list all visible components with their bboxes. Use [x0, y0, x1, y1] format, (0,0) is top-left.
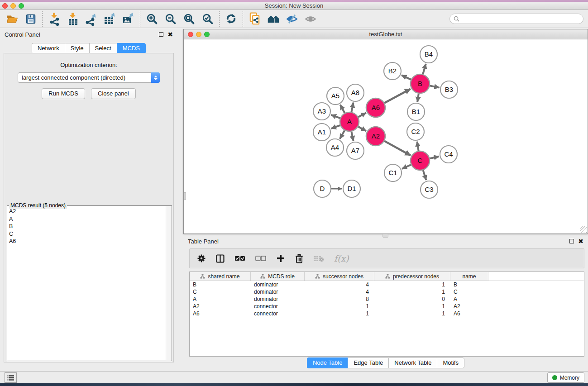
function-builder-icon[interactable]: f(x)	[334, 253, 349, 263]
open-session-icon[interactable]	[3, 11, 21, 27]
edge-A-A5[interactable]	[340, 105, 345, 113]
zoom-fit-icon[interactable]	[180, 11, 198, 27]
node-A3[interactable]: A3	[313, 103, 330, 120]
table-row[interactable]: Adominator80A	[190, 295, 584, 303]
close-table-panel-icon[interactable]: ✖	[578, 239, 583, 243]
node-B1[interactable]: B1	[407, 103, 425, 120]
network-canvas[interactable]: B4B2BB3B1C2A5A8A6A3AA1A4A7A2CC4C1C3DD1	[184, 39, 588, 234]
node-D1[interactable]: D1	[343, 180, 360, 197]
close-panel-icon[interactable]: ✖	[167, 32, 173, 37]
tab-style[interactable]: Style	[65, 43, 89, 54]
node-B4[interactable]: B4	[420, 46, 437, 63]
node-B3[interactable]: B3	[440, 81, 458, 98]
node-B[interactable]: B	[411, 74, 430, 93]
hide-eye-icon[interactable]	[282, 11, 301, 27]
edge-B-B1[interactable]	[417, 94, 419, 102]
memory-button[interactable]: Memory	[547, 372, 584, 383]
column-header-successor-nodes[interactable]: successor nodes	[305, 272, 374, 281]
select-all-icon[interactable]	[234, 256, 245, 261]
export-network-icon[interactable]	[82, 11, 100, 27]
tab-network[interactable]: Network	[32, 43, 65, 54]
edge-A-A1[interactable]	[331, 125, 340, 129]
result-item[interactable]: B	[9, 223, 165, 230]
zoom-selected-icon[interactable]	[198, 11, 217, 27]
result-item[interactable]: A6	[9, 238, 165, 245]
column-header-shared-name[interactable]: shared name	[190, 272, 251, 281]
mcds-result-list[interactable]: A2ABCA6	[9, 208, 165, 360]
tab-select[interactable]: Select	[89, 43, 117, 54]
table-row[interactable]: Cdominator41C	[190, 288, 584, 295]
table-row[interactable]: A2connector11A2	[190, 303, 584, 310]
node-C3[interactable]: C3	[421, 181, 438, 198]
criterion-select[interactable]: largest connected component (directed)	[18, 72, 160, 83]
node-A7[interactable]: A7	[347, 142, 364, 159]
zoom-out-icon[interactable]	[161, 11, 180, 27]
node-A1[interactable]: A1	[313, 124, 330, 141]
network-window-titlebar[interactable]: testGlobe.txt	[184, 29, 588, 39]
delete-table-icon[interactable]	[313, 255, 324, 262]
export-table-icon[interactable]	[100, 11, 119, 27]
zoom-in-icon[interactable]	[143, 11, 161, 27]
delete-column-icon[interactable]	[295, 254, 303, 263]
search-input[interactable]	[462, 16, 579, 22]
node-A[interactable]: A	[340, 112, 359, 131]
node-A2[interactable]: A2	[366, 127, 385, 146]
settings-gear-icon[interactable]	[197, 254, 206, 263]
edge-A-A3[interactable]	[331, 115, 340, 118]
tab-motifs[interactable]: Motifs	[437, 357, 464, 368]
edge-A6-B[interactable]	[384, 89, 411, 103]
result-item[interactable]: C	[9, 230, 165, 238]
tab-network-table[interactable]: Network Table	[388, 357, 437, 368]
edge-B-B3[interactable]	[430, 86, 440, 87]
column-header-name[interactable]: name	[450, 272, 488, 281]
table-row[interactable]: Bdominator41B	[190, 281, 584, 288]
import-table-icon[interactable]	[63, 11, 82, 27]
export-image-icon[interactable]	[119, 11, 138, 27]
node-C1[interactable]: C1	[384, 164, 402, 181]
result-scrollbar[interactable]	[166, 206, 171, 360]
table-row[interactable]: A6connector11A6	[190, 310, 584, 317]
edge-B-B4[interactable]	[423, 64, 426, 74]
edge-A-A7[interactable]	[351, 132, 353, 141]
save-session-icon[interactable]	[21, 11, 40, 27]
edge-A-A6[interactable]	[358, 113, 366, 117]
node-A8[interactable]: A8	[347, 84, 364, 101]
edge-C-C3[interactable]	[423, 170, 426, 180]
refresh-view-icon[interactable]	[222, 11, 240, 27]
node-A5[interactable]: A5	[327, 87, 344, 105]
network-close-button[interactable]	[188, 32, 193, 37]
task-history-button[interactable]	[5, 372, 17, 383]
edge-C-C1[interactable]	[402, 165, 411, 169]
float-table-panel-icon[interactable]	[569, 239, 574, 243]
edge-A-A4[interactable]	[340, 130, 344, 139]
node-D[interactable]: D	[314, 180, 331, 197]
tab-edge-table[interactable]: Edge Table	[348, 357, 388, 368]
node-B2[interactable]: B2	[384, 62, 401, 80]
node-A6[interactable]: A6	[366, 98, 385, 117]
canvas-left-handle[interactable]	[184, 192, 186, 200]
edge-A2-C[interactable]	[384, 141, 411, 156]
node-C4[interactable]: C4	[440, 146, 457, 163]
tab-node-table[interactable]: Node Table	[307, 357, 348, 368]
column-header-predecessor-nodes[interactable]: predecessor nodes	[374, 272, 450, 281]
run-mcds-button[interactable]: Run MCDS	[42, 88, 85, 99]
import-network-icon[interactable]	[45, 11, 63, 27]
split-panel-icon[interactable]	[216, 254, 225, 263]
edge-C-C2[interactable]	[417, 142, 418, 151]
home-view-icon[interactable]	[264, 11, 282, 27]
network-minimize-button[interactable]	[196, 32, 201, 37]
search-field[interactable]	[449, 14, 583, 24]
close-window-button[interactable]	[2, 3, 8, 9]
network-zoom-button[interactable]	[204, 32, 210, 37]
node-A4[interactable]: A4	[326, 139, 344, 156]
deselect-all-icon[interactable]	[255, 256, 266, 261]
show-eye-icon[interactable]	[301, 11, 320, 27]
clone-network-icon[interactable]	[245, 11, 264, 27]
minimize-window-button[interactable]	[10, 3, 16, 9]
node-C[interactable]: C	[411, 151, 430, 170]
window-resize-grip[interactable]	[580, 226, 587, 233]
edge-C-C4[interactable]	[430, 157, 439, 158]
edge-A-A8[interactable]	[351, 103, 353, 112]
edge-A-A2[interactable]	[358, 127, 366, 131]
tab-mcds[interactable]: MCDS	[117, 43, 146, 54]
